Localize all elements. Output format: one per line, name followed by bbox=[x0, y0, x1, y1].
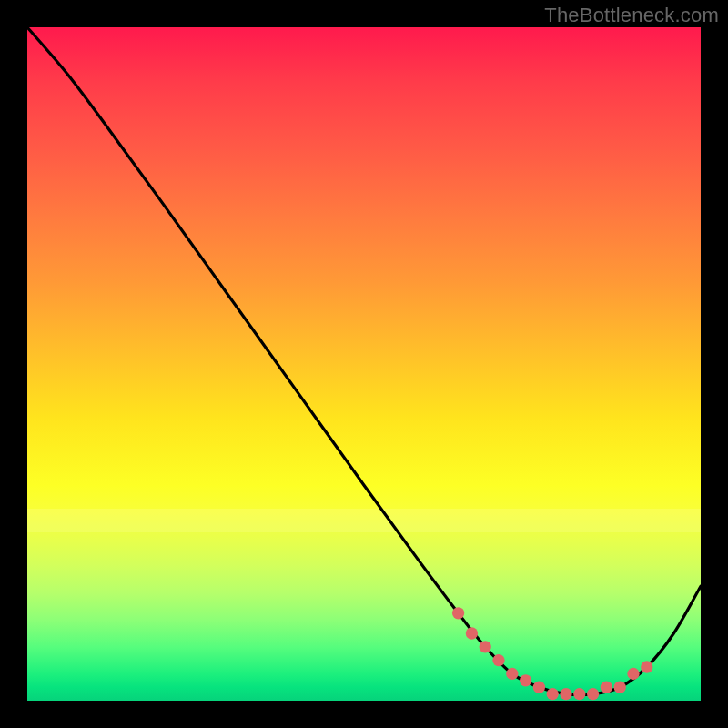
curve-marker bbox=[466, 627, 478, 639]
curve-marker bbox=[452, 607, 464, 619]
chart-frame: TheBottleneck.com bbox=[0, 0, 728, 728]
curve-marker bbox=[587, 688, 599, 700]
curve-marker bbox=[573, 688, 585, 700]
bottleneck-curve bbox=[27, 27, 701, 695]
curve-marker bbox=[520, 674, 531, 686]
curve-marker bbox=[627, 668, 639, 680]
plot-svg bbox=[27, 27, 701, 701]
curve-marker bbox=[492, 654, 504, 666]
curve-marker bbox=[601, 682, 612, 693]
curve-marker bbox=[480, 641, 491, 652]
watermark-text: TheBottleneck.com bbox=[544, 4, 719, 27]
plot-area bbox=[27, 27, 701, 701]
curve-marker bbox=[560, 688, 571, 700]
curve-marker bbox=[547, 688, 559, 700]
curve-marker bbox=[506, 668, 518, 680]
curve-marker bbox=[533, 682, 545, 693]
marker-group bbox=[452, 607, 653, 700]
curve-marker bbox=[641, 661, 652, 672]
curve-marker bbox=[614, 682, 626, 693]
